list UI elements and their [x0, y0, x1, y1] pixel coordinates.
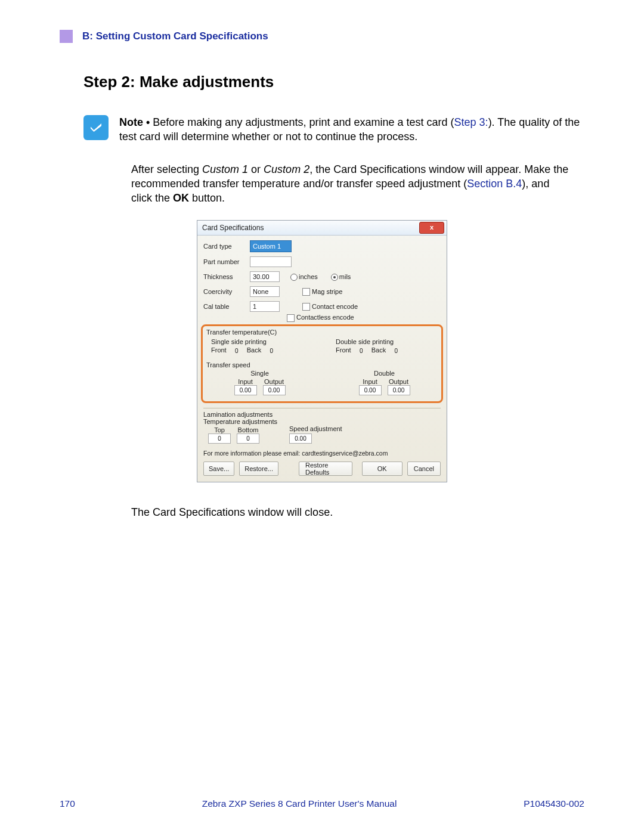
single-side-label: Single side printing	[211, 338, 313, 345]
page-footer: 170 Zebra ZXP Series 8 Card Printer User…	[60, 798, 584, 809]
close-button[interactable]: x	[419, 222, 444, 234]
ok-bold: OK	[173, 192, 189, 204]
transfer-speed-label: Transfer speed	[206, 361, 438, 368]
card-specifications-dialog: Card Specifications x Card type Custom 1…	[197, 220, 447, 482]
section-title: B: Setting Custom Card Specifications	[82, 30, 268, 42]
p-text: After selecting	[131, 163, 202, 175]
body-paragraph: After selecting Custom 1 or Custom 2, th…	[131, 162, 572, 206]
coercivity-select[interactable]: None	[250, 286, 280, 297]
inches-label: inches	[299, 273, 318, 280]
section-header: B: Setting Custom Card Specifications	[60, 30, 584, 43]
restore-button[interactable]: Restore...	[239, 462, 278, 476]
contactless-check[interactable]	[287, 314, 295, 322]
lam-bottom-label: Bottom	[237, 426, 259, 433]
closing-text: The Card Specifications window will clos…	[131, 506, 584, 519]
ts-double-label: Double	[331, 370, 438, 377]
tt2-back-label: Back	[371, 346, 386, 355]
note-body-1: Before making any adjustments, print and…	[153, 116, 454, 128]
manual-title: Zebra ZXP Series 8 Card Printer User's M…	[202, 798, 397, 809]
lam-top-val[interactable]: 0	[208, 433, 231, 444]
section-link[interactable]: Section B.4	[467, 178, 522, 190]
tt-back-val[interactable]: 0	[267, 346, 275, 355]
note-link-step3[interactable]: Step 3:	[454, 116, 488, 128]
ts-output-val[interactable]: 0.00	[263, 385, 286, 395]
doc-number: P1045430-002	[524, 798, 584, 809]
note-text: Note • Before making any adjustments, pr…	[119, 115, 584, 144]
lam-speed-val[interactable]: 0.00	[289, 433, 312, 444]
caltable-label: Cal table	[203, 303, 245, 310]
partnumber-input[interactable]	[250, 256, 292, 267]
p-text: or	[248, 163, 264, 175]
tt-front-val[interactable]: 0	[233, 346, 241, 355]
tt2-front-val[interactable]: 0	[357, 346, 366, 355]
double-side-label: Double side printing	[336, 338, 438, 345]
ts-input-val[interactable]: 0.00	[234, 385, 257, 395]
lam-speed-label: Speed adjustment	[289, 425, 342, 432]
tt-front-label: Front	[211, 346, 227, 355]
mils-radio[interactable]	[331, 274, 338, 281]
section-marker	[60, 30, 73, 43]
page-number: 170	[60, 798, 75, 809]
cancel-button[interactable]: Cancel	[407, 462, 441, 476]
lam-label: Lamination adjustments	[203, 408, 441, 418]
partnumber-label: Part number	[203, 258, 245, 265]
caltable-select[interactable]: 1	[250, 301, 280, 312]
dialog-title: Card Specifications	[197, 224, 264, 232]
restore-defaults-button[interactable]: Restore Defaults	[299, 462, 352, 476]
contact-check[interactable]	[302, 303, 310, 311]
tt2-back-val[interactable]: 0	[392, 346, 400, 355]
magstripe-check[interactable]	[302, 288, 310, 296]
p-text: button.	[189, 192, 225, 204]
contact-label: Contact encode	[312, 303, 358, 310]
ts-single-label: Single	[206, 370, 313, 377]
step-heading: Step 2: Make adjustments	[83, 73, 584, 91]
lam-temp-label: Temperature adjustments	[203, 418, 441, 425]
ts-input-label: Input	[234, 378, 257, 385]
ts2-output-label: Output	[388, 378, 410, 385]
cardtype-select[interactable]: Custom 1	[250, 240, 292, 252]
thickness-label: Thickness	[203, 273, 245, 280]
note-block: Note • Before making any adjustments, pr…	[83, 115, 584, 144]
coercivity-label: Coercivity	[203, 288, 245, 295]
ts2-input-label: Input	[359, 378, 382, 385]
custom2-text: Custom 2	[264, 163, 309, 175]
highlighted-settings: Transfer temperature(C) Single side prin…	[201, 324, 443, 403]
magstripe-label: Mag stripe	[312, 288, 342, 295]
ts2-input-val[interactable]: 0.00	[359, 385, 382, 395]
transfer-temp-label: Transfer temperature(C)	[206, 329, 438, 336]
lam-bottom-val[interactable]: 0	[237, 433, 259, 444]
ok-button[interactable]: OK	[362, 462, 402, 476]
inches-radio[interactable]	[290, 274, 298, 281]
contactless-label: Contactless encode	[296, 314, 354, 321]
lam-top-label: Top	[208, 426, 231, 433]
note-icon	[83, 115, 109, 140]
thickness-input[interactable]: 30.00	[250, 271, 280, 282]
info-text: For more information please email: cardt…	[203, 450, 441, 457]
mils-label: mils	[339, 273, 351, 280]
cardtype-label: Card type	[203, 243, 245, 250]
note-label: Note •	[119, 116, 153, 128]
custom1-text: Custom 1	[202, 163, 248, 175]
ts-output-label: Output	[263, 378, 286, 385]
ts2-output-val[interactable]: 0.00	[388, 385, 410, 395]
tt-back-label: Back	[247, 346, 261, 355]
tt2-front-label: Front	[336, 346, 351, 355]
save-button[interactable]: Save...	[203, 462, 234, 476]
dialog-titlebar: Card Specifications x	[197, 221, 447, 236]
